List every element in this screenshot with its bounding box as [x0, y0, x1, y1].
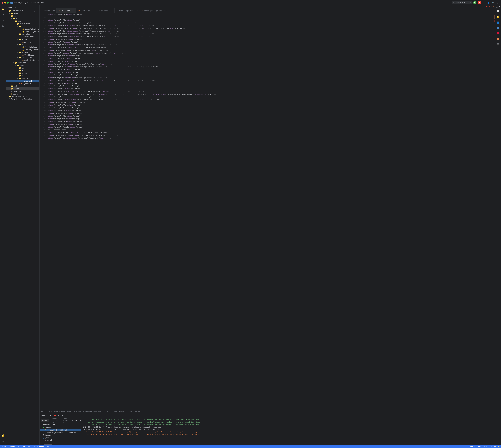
run-config[interactable]: 🐱 Tomcat 10.1.2322 ▾: [452, 1, 472, 4]
tree-css[interactable]: ▸ 📁 css: [6, 67, 39, 69]
service-filter-icon[interactable]: ⊕: [57, 414, 61, 417]
tab-hello[interactable]: ☕ HelloController.java: [92, 8, 115, 13]
tab-security[interactable]: ☕ SecurityConfiguration.java: [140, 8, 169, 13]
version-control-selector[interactable]: Version control ▾: [30, 2, 44, 4]
tree-main-init[interactable]: 🔒 MainInitializer: [6, 46, 39, 48]
tree-target[interactable]: ▸ 📁 target: [6, 87, 39, 90]
tree-init[interactable]: ▾ 📁 init: [6, 43, 39, 46]
tab-index[interactable]: <> index.html ×: [57, 8, 76, 13]
tree-scratches[interactable]: ▸ ✎ Scratches and Consoles: [6, 98, 39, 100]
right-more-icon[interactable]: ⋮: [495, 404, 501, 409]
right-notifications-icon[interactable]: 🔔: [495, 15, 501, 20]
tab-index-close[interactable]: ×: [72, 10, 74, 12]
notifications-icon[interactable]: 🔔: [0, 433, 6, 438]
bottom-panel-icon[interactable]: ⬇: [0, 438, 6, 444]
tree-font[interactable]: ▸ 📁 font: [6, 69, 39, 72]
tree-hello-controller[interactable]: ☕ HelloController: [6, 35, 39, 38]
more-activity-icon[interactable]: …: [0, 29, 6, 34]
console-clear-icon[interactable]: 🗑: [78, 419, 81, 422]
tab-server[interactable]: Server: [41, 419, 49, 422]
log-output[interactable]: ✓→07-Jun-2024 01:09:11.895 INFO [RMI TCP…: [81, 418, 501, 444]
tab-account[interactable]: ☕ Account.java: [40, 8, 57, 13]
tree-controller[interactable]: ▾ 📁 controller: [6, 33, 39, 35]
file-tree-scroll[interactable]: ▾ 📁 SecurityStudy ~/Desktop/CS/JavaEE/4 …: [6, 10, 39, 445]
status-indent[interactable]: 4 spaces: [489, 446, 496, 448]
tab-bar-more-icon[interactable]: ⋮: [488, 9, 492, 12]
tree-image[interactable]: ▸ 📁 image: [6, 72, 39, 75]
tab-tomcat-catalina[interactable]: Tomcat Catalina Log: [60, 418, 70, 424]
tree-resources[interactable]: ▾ 📁 resources: [6, 62, 39, 64]
console-reload-icon[interactable]: ↻: [70, 419, 74, 422]
right-plugin1-icon[interactable]: [495, 25, 501, 31]
tree-login-html[interactable]: <> login.html: [6, 82, 39, 85]
search-button[interactable]: 🔍: [491, 1, 495, 4]
tree-user-mapper[interactable]: ☕ UserMapper: [6, 54, 39, 56]
tree-pom-xml[interactable]: ⬡ pom.xml: [6, 93, 39, 95]
tree-picture[interactable]: ▸ 📁 picture: [6, 77, 39, 80]
tree-web-config[interactable]: 🔒 WebConfiguration: [6, 30, 39, 33]
settings-button[interactable]: ⚙: [496, 1, 499, 4]
scrollbar-thumb[interactable]: [44, 444, 52, 445]
tree-com-example[interactable]: ▾ 📁 com.example: [6, 22, 39, 25]
project-selector[interactable]: SS SecurityStudy ▾: [10, 2, 28, 4]
folder-activity-icon[interactable]: 📁: [0, 7, 6, 12]
stop-button[interactable]: ■: [478, 1, 481, 4]
service-tomcat-local[interactable]: 🐱 Tomcat 10.1.2322 [local]: [40, 429, 81, 431]
warnings-chevron-down[interactable]: ▼: [499, 6, 500, 8]
tree-main[interactable]: ▾ 📁 main: [6, 17, 39, 20]
tree-mapper[interactable]: ▾ 📁 mapper: [6, 51, 39, 54]
service-more-icon[interactable]: …: [65, 414, 69, 417]
service-localhost[interactable]: @ @localhost: [40, 436, 81, 439]
tree-root[interactable]: ▾ 📁 SecurityStudy ~/Desktop/CS/JavaEE/4 …: [6, 10, 39, 12]
tree-index-html[interactable]: <> index.html: [6, 80, 39, 82]
plugins-activity-icon[interactable]: ⊞: [0, 23, 6, 28]
tree-account[interactable]: ☕ Account: [6, 41, 39, 43]
tree-security-config[interactable]: 🔒 SecurityConfiguration: [6, 28, 39, 30]
editor-content[interactable]: 2552562572582592602612622632642652662672…: [40, 13, 495, 410]
tree-external-libs[interactable]: ▸ 📁 External Libraries: [6, 95, 39, 98]
right-plugin4-icon[interactable]: [495, 42, 501, 47]
console-stop-icon[interactable]: ■: [75, 419, 78, 422]
code-area[interactable]: class="c-tag"></divclass="c-tag">> class…: [47, 13, 492, 410]
status-notifications-icon[interactable]: 🔔: [498, 446, 500, 448]
more-options-button[interactable]: ⋮: [482, 1, 486, 4]
status-line-ending[interactable]: CRLF: [477, 446, 481, 448]
right-profile-icon[interactable]: 👤: [495, 20, 501, 25]
tab-webconfig[interactable]: ☕ WebConfiguration.java: [115, 8, 140, 13]
warning-badge[interactable]: ⚠ 60: [491, 6, 495, 8]
minimize-button[interactable]: [4, 2, 6, 4]
tab-tomcat-localhost[interactable]: Tomcat Localhost Log: [49, 418, 60, 424]
service-war[interactable]: ⊞ SecurityStudy:war [Synchronized]: [40, 431, 81, 434]
tab-login[interactable]: <> login.html: [76, 8, 92, 13]
service-console[interactable]: ➤ console: [40, 439, 81, 442]
profile-button[interactable]: 👤: [486, 1, 490, 4]
tree-authorize-service[interactable]: ☕ AuthorizeService: [6, 59, 39, 62]
tree-service-impl[interactable]: ▾ 📁 service.impl: [6, 56, 39, 59]
status-position[interactable]: 366:35: [470, 446, 475, 448]
warnings-chevron-up[interactable]: ▲: [496, 6, 497, 8]
tree-java[interactable]: ▾ 📁 java: [6, 20, 39, 22]
tree-gitignore[interactable]: ◉ .gitignore: [6, 90, 39, 93]
service-run-icon[interactable]: ▶: [49, 414, 52, 417]
tree-static[interactable]: ▾ 📁 static: [6, 64, 39, 67]
run-button[interactable]: ▶: [473, 1, 476, 4]
tree-idea[interactable]: ▸ 📁 .idea: [6, 12, 39, 15]
tree-src[interactable]: ▾ 📁 src: [6, 15, 39, 17]
tab-bar-collapse-icon[interactable]: —: [492, 9, 496, 12]
commit-activity-icon[interactable]: [0, 12, 6, 17]
service-refresh-icon[interactable]: ↻: [61, 414, 65, 417]
panel-more-icon[interactable]: ⋮: [36, 6, 38, 9]
tree-js[interactable]: ▸ 📁 js: [6, 75, 39, 77]
tree-config[interactable]: ▾ 📁 config: [6, 25, 39, 28]
panel-collapse-icon[interactable]: ▾: [26, 7, 26, 8]
tree-test[interactable]: ▸ 📁 test: [6, 85, 39, 87]
status-encoding[interactable]: UTF-8: [483, 446, 487, 448]
service-running[interactable]: ▶ Running: [40, 426, 81, 429]
service-stop-icon[interactable]: ■: [53, 414, 57, 417]
close-button[interactable]: [2, 2, 3, 4]
right-plugin3-icon[interactable]: [495, 36, 501, 42]
run-debug-activity-icon[interactable]: ▷: [0, 18, 6, 23]
tree-security-init[interactable]: 🔒 SecurityInitializer: [6, 48, 39, 51]
bottom-scrollbar[interactable]: [40, 444, 501, 445]
service-database[interactable]: 🗃 Database: [40, 434, 81, 436]
